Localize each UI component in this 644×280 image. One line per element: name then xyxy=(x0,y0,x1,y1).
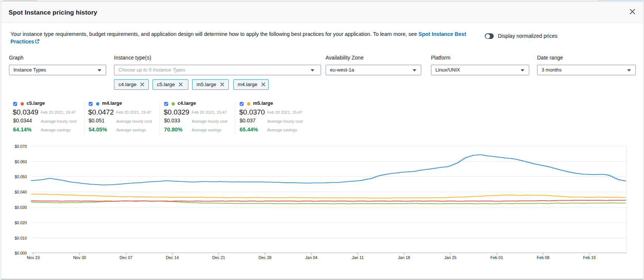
svg-text:$0.030: $0.030 xyxy=(15,205,27,210)
svg-text:$0.070: $0.070 xyxy=(15,144,27,149)
svg-text:Dec 07: Dec 07 xyxy=(120,255,133,260)
svg-text:$0.020: $0.020 xyxy=(15,220,27,225)
svg-text:Feb 01: Feb 01 xyxy=(490,255,503,260)
svg-text:Nov 30: Nov 30 xyxy=(73,255,86,260)
svg-text:Dec 21: Dec 21 xyxy=(212,255,225,260)
svg-text:$0.050: $0.050 xyxy=(15,174,27,179)
svg-text:Dec 14: Dec 14 xyxy=(166,255,179,260)
svg-text:$0.060: $0.060 xyxy=(15,159,27,164)
svg-text:$0.010: $0.010 xyxy=(15,236,27,240)
svg-text:Feb 15: Feb 15 xyxy=(583,255,596,260)
svg-text:Jan 11: Jan 11 xyxy=(352,255,364,260)
svg-text:$0.000: $0.000 xyxy=(15,251,27,255)
svg-text:Jan 18: Jan 18 xyxy=(398,255,410,260)
svg-text:Jan 04: Jan 04 xyxy=(305,255,318,260)
svg-text:Nov 23: Nov 23 xyxy=(27,255,40,260)
svg-text:Feb 08: Feb 08 xyxy=(537,255,549,260)
svg-text:Dec 28: Dec 28 xyxy=(259,255,272,260)
svg-text:$0.040: $0.040 xyxy=(15,190,27,194)
svg-text:Jan 25: Jan 25 xyxy=(444,255,457,260)
